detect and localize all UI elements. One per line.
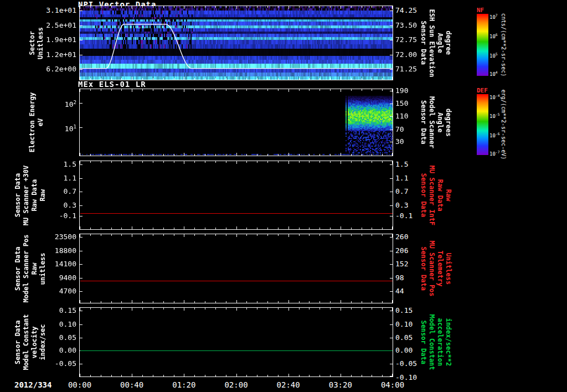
x-major-tick [184, 374, 184, 376]
x-minor-tick [330, 301, 331, 303]
x-major-tick [288, 374, 289, 376]
x-major-tick [184, 6, 184, 9]
left-axis-label-line: Model Scanner Pos [23, 235, 30, 303]
colorbar-tick-label: 105 [489, 51, 498, 57]
data-line [80, 350, 393, 351]
y-tick-label: 206 [395, 246, 408, 255]
x-major-tick [236, 308, 237, 311]
x-minor-tick [194, 301, 195, 303]
x-minor-tick [153, 301, 153, 303]
x-minor-tick [351, 234, 352, 236]
x-major-tick [80, 226, 80, 229]
x-minor-tick [372, 154, 372, 156]
y-tick-label: 1.1 [395, 174, 408, 182]
x-minor-tick [205, 161, 205, 163]
left-axis-label: SectorUnitless [29, 27, 44, 59]
y-tick-right [390, 205, 393, 206]
x-minor-tick [299, 234, 300, 236]
x-minor-tick [215, 154, 216, 156]
x-major-tick [80, 153, 80, 156]
x-major-tick [132, 234, 132, 237]
y-tick-label: 72.00 [395, 50, 417, 59]
right-axis-label-line: Sensor Data [420, 320, 427, 364]
y-tick-right [390, 130, 393, 130]
y-tick-label: 3.1e+01 [31, 6, 76, 14]
right-axis-label-line: MU Scanner IntF [428, 165, 435, 225]
y-tick-right [390, 25, 393, 26]
x-minor-tick [330, 161, 331, 163]
x-minor-tick [194, 89, 195, 91]
left-axis-label-line: unitless [39, 252, 47, 285]
x-minor-tick [215, 89, 216, 91]
y-tick-label: 0.15 [395, 306, 413, 314]
x-minor-tick [362, 154, 362, 156]
x-axis-tick-label: 03:20 [321, 380, 360, 389]
x-minor-tick [372, 234, 372, 236]
x-major-tick [288, 226, 289, 229]
left-axis-label-line: index/sec [39, 324, 47, 360]
y-tick-label: 0.7 [395, 187, 408, 195]
x-minor-tick [205, 89, 205, 91]
right-axis-label-line: index/sec**2 [445, 318, 452, 367]
x-minor-tick [246, 228, 247, 229]
x-minor-tick [382, 161, 383, 163]
left-axis-label-line: velocity [31, 326, 38, 358]
x-minor-tick [153, 78, 153, 80]
x-major-tick [288, 308, 289, 311]
x-minor-tick [278, 89, 279, 91]
x-minor-tick [372, 78, 372, 80]
right-axis-label-line: Model Scanner [428, 96, 435, 148]
left-axis-label: Sensor DataModel Constantvelocityindex/s… [14, 314, 47, 370]
x-axis-tick-label: 00:00 [60, 380, 99, 389]
colorbar-unit-label: erg/(cm**2-sr-sec-eV) [500, 90, 507, 159]
right-axis-label-line: ESH Sun Elevation [428, 9, 435, 77]
colorbar-tick-label: 10-7 [489, 149, 499, 155]
x-major-tick [184, 77, 184, 80]
x-minor-tick [90, 375, 91, 376]
left-axis-label: Sensor DataModel Scanner PosRawunitless [14, 235, 47, 303]
y-tick-label: 0.00 [395, 346, 413, 354]
x-minor-tick [299, 228, 300, 229]
x-minor-tick [205, 301, 205, 303]
x-minor-tick [362, 6, 362, 8]
colorbar-tick-label: 10-4 [489, 93, 499, 99]
x-minor-tick [278, 308, 279, 310]
x-major-tick [132, 153, 132, 156]
x-minor-tick [257, 154, 257, 156]
x-minor-tick [101, 154, 101, 156]
model-scanner-pos-panel [79, 234, 393, 303]
right-axis-label-line: Sensor Data [420, 173, 427, 217]
left-axis-label-line: Model Constant [23, 314, 30, 370]
x-minor-tick [174, 89, 174, 91]
x-major-tick [80, 89, 80, 92]
y-tick-label: 0.3 [395, 201, 408, 209]
x-minor-tick [205, 375, 205, 376]
right-axis-label-line: MU Scanner Pos [428, 240, 435, 296]
els-spectrogram-canvas [80, 89, 393, 156]
x-minor-tick [205, 308, 205, 310]
x-minor-tick [111, 89, 112, 91]
y-tick-left [80, 69, 83, 70]
x-minor-tick [205, 6, 205, 8]
y-tick-left [80, 251, 83, 251]
x-major-tick [184, 89, 184, 92]
x-minor-tick [246, 308, 247, 310]
y-tick-right [390, 116, 393, 117]
els-spectrogram-panel [79, 89, 393, 156]
x-minor-tick [309, 78, 310, 80]
x-major-tick [341, 77, 341, 80]
y-tick-left [80, 25, 83, 26]
x-minor-tick [299, 161, 300, 163]
x-minor-tick [101, 89, 101, 91]
y-tick-right [390, 237, 393, 238]
x-minor-tick [330, 228, 331, 229]
x-minor-tick [215, 78, 216, 80]
x-major-tick [184, 300, 184, 303]
x-minor-tick [226, 154, 226, 156]
right-axis-label: Sensor DataModel ScannerAngledegrees [420, 96, 452, 148]
x-minor-tick [226, 301, 226, 303]
x-minor-tick [351, 308, 352, 310]
y-tick-label: 73.50 [395, 21, 417, 29]
x-minor-tick [278, 301, 279, 303]
x-minor-tick [278, 228, 279, 229]
